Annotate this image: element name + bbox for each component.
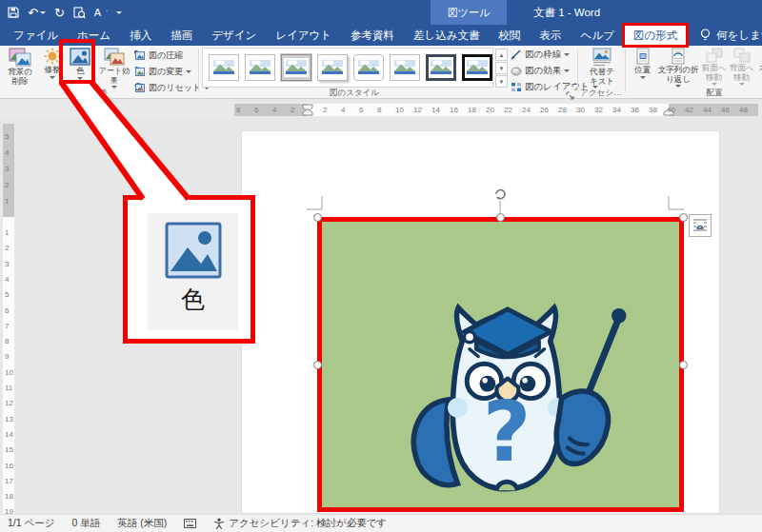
- customize-qat-icon[interactable]: [116, 11, 122, 14]
- ruler-number: 1: [5, 228, 9, 237]
- picture-style-beveled-frame[interactable]: [245, 54, 275, 81]
- status-bar: 1/1 ページ 0 単語 英語 (米国) アクセシビリティ: 検討が必要です: [0, 514, 762, 532]
- compress-picture-button[interactable]: 図の圧縮: [134, 49, 183, 62]
- picture-style-black-frame[interactable]: [462, 54, 492, 81]
- picture-style-soft-edge[interactable]: [353, 54, 384, 81]
- bring-forward-icon: [706, 48, 723, 63]
- ruler-number: 12: [413, 106, 422, 114]
- tab-ホーム[interactable]: ホーム: [68, 25, 120, 46]
- compress-picture-label: 図の圧縮: [149, 49, 183, 62]
- change-picture-icon: [134, 67, 146, 77]
- annotation-callout: 色: [123, 195, 255, 344]
- language-status[interactable]: 英語 (米国): [117, 517, 167, 530]
- page-count[interactable]: 1/1 ページ: [8, 517, 55, 530]
- tab-参考資料[interactable]: 参考資料: [341, 25, 404, 46]
- resize-handle-top-center[interactable]: [496, 213, 505, 222]
- ruler-number: 3: [5, 165, 9, 173]
- save-icon[interactable]: [8, 7, 19, 18]
- undo-icon[interactable]: ↶: [28, 7, 46, 19]
- tab-差し込み文書[interactable]: 差し込み文書: [404, 25, 490, 46]
- group-separator: [198, 49, 199, 92]
- tell-me-box[interactable]: 何をしますか: [700, 25, 762, 46]
- sun-icon: [44, 48, 61, 65]
- picture-style-simple-frame[interactable]: [209, 54, 239, 81]
- layout-options-button[interactable]: [689, 214, 712, 237]
- selection-pane-button[interactable]: オブジェ 選択: [756, 48, 762, 82]
- ruler-number: 2: [291, 106, 294, 114]
- picture-effects-label: 図の効果: [525, 65, 561, 77]
- picture-style-dark-frame[interactable]: [426, 54, 456, 81]
- color-button[interactable]: 色: [65, 48, 95, 80]
- ruler-number: 2: [323, 106, 327, 114]
- picture-styles-gallery: [202, 48, 493, 88]
- gallery-more-button[interactable]: ▼: [495, 75, 508, 88]
- artistic-effects-button[interactable]: アート効果: [97, 48, 131, 89]
- gallery-scroll-up-button[interactable]: ▲: [495, 49, 508, 61]
- resize-handle-top-left[interactable]: [313, 213, 322, 222]
- selected-picture[interactable]: ?: [317, 217, 684, 512]
- print-preview-icon[interactable]: [73, 7, 86, 19]
- resize-handle-top-right[interactable]: [679, 213, 688, 222]
- tab-校閲[interactable]: 校閲: [490, 25, 531, 46]
- change-picture-button[interactable]: 図の変更: [134, 66, 191, 78]
- resize-handle-middle-right[interactable]: [679, 361, 688, 369]
- chevron-down-icon: [564, 53, 570, 56]
- vertical-ruler[interactable]: 5432112345678910111213141516171819: [2, 124, 15, 532]
- tab-ファイル[interactable]: ファイル: [4, 25, 68, 46]
- alt-text-button[interactable]: 代替テ キスト: [581, 48, 623, 86]
- ruler-number: 44: [703, 106, 712, 114]
- ruler-number: 48: [739, 106, 748, 114]
- ruler-number: 6: [254, 106, 258, 114]
- position-button[interactable]: 位置: [630, 48, 655, 79]
- accessibility-status[interactable]: アクセシビリティ: 検討が必要です: [213, 517, 387, 530]
- chevron-down-icon: [77, 77, 83, 80]
- accessibility-status-text: アクセシビリティ: 検討が必要です: [229, 517, 387, 530]
- compress-picture-icon: [134, 50, 146, 61]
- ruler-number: 8: [5, 337, 9, 345]
- tab-レイアウト[interactable]: レイアウト: [266, 25, 341, 46]
- context-tab-group-header: 図ツール: [431, 0, 507, 25]
- picture-effects-button[interactable]: 図の効果: [511, 65, 570, 77]
- rotation-handle[interactable]: [491, 186, 509, 203]
- tab-図の形式[interactable]: 図の形式: [624, 25, 687, 46]
- ruler-number: 8: [377, 106, 381, 114]
- tab-デザイン[interactable]: デザイン: [202, 25, 266, 46]
- ruler-number: 46: [721, 106, 730, 114]
- chevron-down-icon: [739, 83, 745, 86]
- picture-style-metal-frame[interactable]: [281, 54, 311, 81]
- group-label-adjust: 調整: [76, 88, 122, 99]
- bring-forward-button[interactable]: 前面へ 移動: [701, 48, 727, 86]
- chevron-down-icon: [564, 69, 570, 72]
- picture-color-icon: [70, 48, 90, 66]
- word-window: { "window": { "title": "文書 1 - Word", "c…: [0, 0, 762, 532]
- read-aloud-icon[interactable]: A゛: [94, 8, 109, 18]
- corrections-button[interactable]: 修整: [39, 48, 66, 79]
- ruler-number: 34: [612, 106, 621, 114]
- remove-background-button[interactable]: 背景の 削除: [2, 48, 38, 86]
- ruler-number: 5: [5, 290, 9, 299]
- ruler-number: 14: [5, 430, 13, 439]
- tab-表示[interactable]: 表示: [531, 25, 572, 46]
- picture-style-drop-shadow[interactable]: [317, 54, 348, 81]
- ruler-number: 14: [431, 106, 440, 114]
- tab-ヘルプ[interactable]: ヘルプ: [572, 25, 624, 46]
- picture-style-centered-shadow[interactable]: [390, 54, 420, 81]
- resize-handle-middle-left[interactable]: [313, 361, 322, 369]
- tab-挿入[interactable]: 挿入: [120, 25, 161, 46]
- picture-border-button[interactable]: 図の枠線: [511, 49, 570, 61]
- redo-icon[interactable]: ↻: [54, 7, 65, 19]
- wrap-text-button[interactable]: 文字列の折 り返し: [657, 48, 699, 88]
- horizontal-ruler[interactable]: 8642246810121416182022242628303234363840…: [0, 102, 762, 118]
- color-button-magnified: 色: [148, 213, 238, 330]
- input-mode-icon[interactable]: [184, 519, 196, 528]
- chevron-down-icon: [50, 76, 55, 79]
- tab-描画[interactable]: 描画: [161, 25, 202, 46]
- gallery-scroll-down-button[interactable]: ▼: [495, 62, 508, 74]
- ruler-number: 6: [359, 106, 363, 114]
- word-count[interactable]: 0 単語: [72, 517, 101, 530]
- tab-strip: ファイルホーム挿入描画デザインレイアウト参考資料差し込み文書校閲表示ヘルプ図の形…: [4, 25, 687, 46]
- group-label-accessibility: アクセシ…: [575, 88, 627, 99]
- ruler-number: 32: [594, 106, 603, 114]
- alt-text-icon: [591, 48, 613, 67]
- send-backward-button[interactable]: 背面へ 移動: [729, 48, 754, 86]
